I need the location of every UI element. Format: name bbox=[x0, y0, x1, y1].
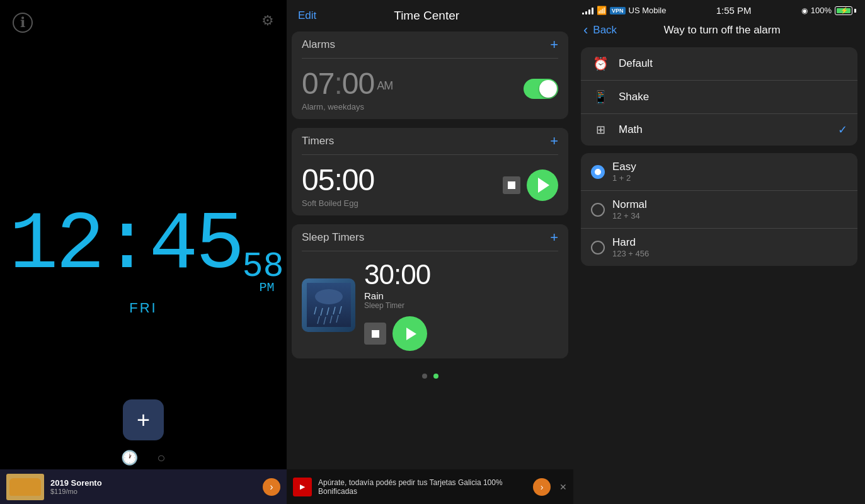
back-arrow-icon[interactable]: ‹ bbox=[583, 22, 588, 38]
ad-subtitle: $119/mo bbox=[50, 488, 256, 495]
sleep-timers-header: Sleep Timers + bbox=[292, 224, 568, 251]
dot-1 bbox=[422, 374, 427, 379]
radio-normal bbox=[591, 203, 605, 217]
play-icon bbox=[538, 178, 549, 193]
alarms-header: Alarms + bbox=[292, 32, 568, 58]
vpn-badge: VPN bbox=[610, 7, 626, 14]
ad-close-button[interactable]: ✕ bbox=[559, 482, 567, 492]
sleep-stop-button[interactable] bbox=[364, 323, 386, 345]
option-easy-subtitle: 1 + 2 bbox=[612, 173, 636, 183]
clock-display: 12:45 58 PM FRI bbox=[9, 205, 277, 316]
option-default[interactable]: ⏰ Default bbox=[581, 47, 857, 80]
edit-button[interactable]: Edit bbox=[298, 9, 316, 22]
status-right: ◉ 100% ⚡ bbox=[801, 6, 856, 15]
sleep-stop-icon bbox=[372, 330, 379, 338]
radio-hard bbox=[591, 241, 605, 255]
top-icons: ℹ ⚙ bbox=[0, 0, 287, 45]
bottom-nav: 🕐 ○ bbox=[121, 450, 165, 466]
option-easy-label: Easy bbox=[612, 161, 636, 173]
battery-icon: ⚡ bbox=[835, 6, 856, 15]
status-time: 1:55 PM bbox=[716, 5, 752, 16]
option-default-label: Default bbox=[619, 57, 847, 70]
alarms-section: Alarms + 07:00AM Alarm, weekdays bbox=[292, 32, 568, 119]
dot-2 bbox=[433, 374, 438, 379]
sleep-play-button[interactable] bbox=[392, 316, 427, 351]
option-hard-label: Hard bbox=[612, 236, 649, 249]
back-button[interactable]: Back bbox=[593, 24, 617, 37]
bottom-controls: + 🕐 ○ bbox=[121, 399, 165, 466]
add-sleep-timer-button[interactable]: + bbox=[550, 231, 558, 244]
middle-panel: Edit Time Center Alarms + 07:00AM Alarm,… bbox=[287, 0, 573, 504]
right-panel: 📶 VPN US Mobile 1:55 PM ◉ 100% ⚡ ‹ Back … bbox=[573, 0, 865, 504]
alarm-time: 07:00AM bbox=[302, 66, 392, 101]
timers-section: Timers + 05:00 Soft Boiled Egg bbox=[292, 128, 568, 215]
plus-icon: + bbox=[137, 409, 150, 432]
sleep-timers-label: Sleep Timers bbox=[302, 231, 364, 244]
right-page-title: Way to turn off the alarm bbox=[663, 24, 811, 37]
page-dots bbox=[292, 367, 568, 385]
sleep-timers-section: Sleep Timers + bbox=[292, 224, 568, 358]
add-timer-button[interactable]: + bbox=[550, 134, 558, 148]
nav-circle-icon[interactable]: ○ bbox=[157, 450, 165, 466]
add-button[interactable]: + bbox=[123, 399, 164, 440]
stop-icon bbox=[508, 181, 515, 189]
svg-point-1 bbox=[315, 289, 343, 304]
middle-header: Edit Time Center bbox=[287, 0, 573, 32]
sleep-name: Rain bbox=[364, 290, 558, 301]
radio-easy bbox=[591, 165, 605, 179]
alarm-off-options: ⏰ Default 📱 Shake ⊞ Math ✓ bbox=[581, 47, 857, 146]
timer-label: Soft Boiled Egg bbox=[302, 198, 374, 208]
sleep-controls bbox=[364, 316, 558, 351]
option-hard[interactable]: Hard 123 + 456 bbox=[581, 228, 857, 266]
timer-time: 05:00 bbox=[302, 163, 374, 197]
wifi-icon: 📶 bbox=[597, 6, 607, 15]
ad-cta-arrow[interactable]: › bbox=[263, 478, 280, 496]
option-normal-label: Normal bbox=[612, 198, 647, 211]
option-shake[interactable]: 📱 Shake bbox=[581, 80, 857, 113]
timer-stop-button[interactable] bbox=[503, 176, 520, 194]
clock-ampm: PM bbox=[260, 280, 275, 295]
middle-ad-banner: ▶ Apúrate, todavía podés pedir tus Tarje… bbox=[287, 469, 573, 504]
middle-content: Alarms + 07:00AM Alarm, weekdays Timers bbox=[287, 32, 573, 469]
option-hard-subtitle: 123 + 456 bbox=[612, 249, 649, 258]
option-shake-label: Shake bbox=[619, 91, 847, 103]
alarm-item: 07:00AM Alarm, weekdays bbox=[292, 59, 568, 119]
carrier-name: US Mobile bbox=[629, 6, 667, 15]
left-panel: ℹ ⚙ 12:45 58 PM FRI + 🕐 ○ 2019 Sorento $… bbox=[0, 0, 287, 504]
settings-icon[interactable]: ⚙ bbox=[261, 13, 274, 33]
math-difficulty-options: Easy 1 + 2 Normal 12 + 34 Hard 123 + 456 bbox=[581, 153, 857, 266]
option-math[interactable]: ⊞ Math ✓ bbox=[581, 113, 857, 146]
toggle-knob bbox=[539, 80, 557, 98]
alarm-label: Alarm, weekdays bbox=[302, 102, 392, 112]
left-ad-banner: 2019 Sorento $119/mo › bbox=[0, 469, 287, 504]
battery-pct: 100% bbox=[811, 6, 832, 15]
add-alarm-button[interactable]: + bbox=[550, 38, 558, 52]
option-normal-subtitle: 12 + 34 bbox=[612, 211, 647, 220]
time-center-title: Time Center bbox=[394, 9, 459, 23]
option-easy[interactable]: Easy 1 + 2 bbox=[581, 153, 857, 190]
timer-play-button[interactable] bbox=[527, 169, 558, 201]
math-icon: ⊞ bbox=[596, 123, 605, 137]
status-left: 📶 VPN US Mobile bbox=[582, 6, 666, 15]
sleep-description: Sleep Timer bbox=[364, 301, 558, 310]
checkmark-icon: ✓ bbox=[838, 123, 847, 137]
ad-mid-arrow[interactable]: › bbox=[533, 478, 551, 496]
status-bar: 📶 VPN US Mobile 1:55 PM ◉ 100% ⚡ bbox=[573, 0, 865, 18]
signal-bars bbox=[582, 7, 593, 14]
sleep-thumbnail bbox=[302, 278, 355, 332]
alarm-clock-icon: ⏰ bbox=[593, 56, 609, 71]
timers-label: Timers bbox=[302, 135, 334, 147]
phone-icon: 📱 bbox=[593, 89, 609, 105]
option-math-label: Math bbox=[619, 123, 829, 136]
option-normal[interactable]: Normal 12 + 34 bbox=[581, 190, 857, 228]
sleep-play-icon bbox=[406, 328, 416, 340]
nav-clock-icon[interactable]: 🕐 bbox=[121, 450, 138, 466]
ad-mid-text: Apúrate, todavía podés pedir tus Tarjeta… bbox=[318, 478, 527, 496]
ad-text: 2019 Sorento $119/mo bbox=[50, 478, 256, 495]
info-icon[interactable]: ℹ bbox=[13, 13, 33, 33]
alarm-toggle[interactable] bbox=[524, 79, 558, 99]
ad-title: 2019 Sorento bbox=[50, 478, 256, 488]
location-icon: ◉ bbox=[801, 6, 808, 15]
ad-thumbnail bbox=[6, 474, 44, 500]
timers-header: Timers + bbox=[292, 128, 568, 154]
